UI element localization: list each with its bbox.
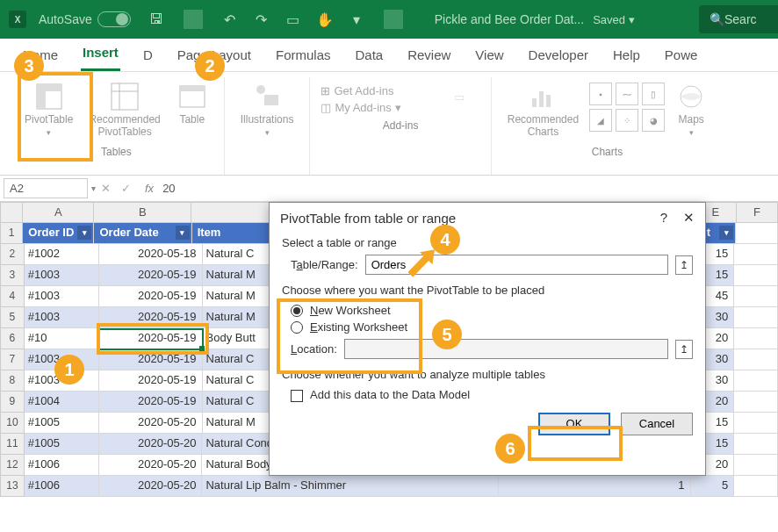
cancel-formula-icon[interactable]: ✕ [101,182,111,195]
tab-developer[interactable]: Developer [527,40,590,71]
cancel-button[interactable]: Cancel [621,413,693,435]
callout-2: 2 [195,51,225,81]
header-order-id[interactable]: Order ID▾ [23,223,94,244]
ribbon-group-addins: ⊞ Get Add-ins ◫ My Add-ins ▾ ▭ Add-ins [310,77,491,175]
table-button[interactable]: Table [171,77,213,130]
dialog-help-button[interactable]: ? [660,210,667,226]
tab-power[interactable]: Powe [663,40,700,71]
pivottable-icon [33,81,65,112]
table-label: Table [179,114,205,126]
pivottable-button[interactable]: PivotTable ▾ [19,77,78,140]
col-header-a[interactable]: A [23,202,94,223]
qat-more-icon[interactable]: ▾ [347,10,366,29]
ribbon-group-label-charts: Charts [592,146,623,158]
chart-scatter-icon[interactable]: ⁘ [616,109,638,132]
recommended-pivottables-label: Recommended PivotTables [89,114,160,139]
ribbon: PivotTable ▾ Recommended PivotTables Tab… [0,72,778,176]
table-row[interactable]: 13 #1006 2020-05-20 Natural Lip Balm - S… [0,476,778,497]
formula-value[interactable]: 20 [162,182,175,195]
maps-button[interactable]: Maps ▾ [670,77,712,140]
pivottable-dialog: PivotTable from table or range ? ✕ Selec… [269,202,706,476]
radio-new-worksheet[interactable]: New Worksheet [291,304,693,317]
callout-6: 6 [495,434,525,464]
location-label: Location: [291,342,337,356]
chart-area-icon[interactable]: ◢ [589,109,612,132]
chart-bar-icon[interactable]: ▪ [589,83,612,105]
fx-icon[interactable]: fx [145,182,154,195]
tab-view[interactable]: View [473,40,505,71]
location-picker-button[interactable]: ↥ [675,340,693,359]
callout-4: 4 [430,225,460,255]
illustrations-button[interactable]: Illustrations ▾ [235,77,299,140]
save-status[interactable]: Saved ▾ [593,13,634,26]
callout-5: 5 [432,320,462,349]
redo-icon[interactable]: ↷ [252,10,271,29]
save-icon[interactable]: 🖫 [147,10,166,29]
search-box[interactable]: 🔍 Searc [699,5,778,33]
tab-draw-partial[interactable]: D [141,40,155,71]
dialog-title: PivotTable from table or range [280,211,456,226]
filter-icon[interactable]: ▾ [176,226,190,240]
pivottable-label: PivotTable [25,114,73,126]
table-icon [176,81,208,112]
table-range-label: Table/Range: [291,258,358,271]
tab-help[interactable]: Help [611,40,642,71]
chart-column-icon[interactable]: ▯ [642,83,665,105]
ribbon-group-label-addins: Add-ins [383,119,419,132]
illustrations-icon [251,81,283,112]
excel-icon: X [9,11,26,28]
accept-formula-icon[interactable]: ✓ [121,182,131,195]
quick-access-toolbar: 🖫 ↶ ↷ ▭ ✋ ▾ [147,10,408,29]
svg-rect-2 [37,84,61,91]
recommended-charts-label: Recommended Charts [508,114,579,139]
filter-icon[interactable]: ▾ [77,226,91,240]
svg-rect-11 [539,91,544,107]
svg-rect-9 [264,95,278,105]
ribbon-tabs: Home Insert D Page Layout Formulas Data … [0,39,778,72]
illustrations-label: Illustrations [241,114,294,126]
maps-icon [675,81,707,112]
callout-3: 3 [14,51,44,81]
chart-pie-icon[interactable]: ◕ [642,109,665,132]
ok-button[interactable]: OK [538,413,610,435]
autosave-toggle[interactable] [97,11,131,27]
location-input[interactable] [344,339,668,359]
svg-rect-7 [180,86,205,91]
name-box[interactable]: A2 [4,178,88,198]
header-order-date[interactable]: Order Date▾ [94,223,191,244]
tab-insert[interactable]: Insert [81,38,120,71]
recommended-charts-button[interactable]: Recommended Charts [502,77,584,142]
range-picker-button[interactable]: ↥ [675,255,693,275]
recommended-pivottables-icon [109,81,140,112]
recommended-pivottables-button[interactable]: Recommended PivotTables [83,77,165,142]
select-range-label: Select a table or range [282,236,693,249]
touch-icon[interactable]: ✋ [315,10,335,29]
new-icon[interactable]: ▭ [284,10,303,29]
radio-existing-worksheet[interactable]: Existing Worksheet [291,320,693,334]
col-header-f[interactable]: F [737,202,778,223]
data-model-checkbox[interactable]: Add this data to the Data Model [291,388,693,402]
placement-label: Choose where you want the PivotTable to … [282,284,693,297]
ribbon-group-label-tables: Tables [101,146,132,158]
recommended-charts-icon [527,81,558,112]
maps-label: Maps [678,114,703,126]
undo-icon[interactable]: ↶ [220,10,240,29]
tab-formulas[interactable]: Formulas [274,40,333,71]
dialog-close-button[interactable]: ✕ [683,210,695,226]
callout-1: 1 [54,355,84,385]
separator [184,10,203,29]
tab-data[interactable]: Data [353,40,385,71]
chart-line-icon[interactable]: ⁓ [616,83,638,105]
document-title[interactable]: Pickle and Bee Order Dat... [435,12,584,26]
col-header-b[interactable]: B [94,202,191,223]
svg-point-8 [256,85,265,94]
svg-rect-12 [546,95,551,107]
filter-icon[interactable]: ▾ [719,226,733,240]
formula-bar: A2 ▾ ✕ ✓ fx 20 [0,176,778,202]
my-addins-button[interactable]: ◫ My Add-ins ▾ [321,101,400,114]
tab-review[interactable]: Review [406,40,452,71]
chart-type-gallery[interactable]: ▪⁓▯ ◢⁘◕ [589,77,665,132]
get-addins-button[interactable]: ⊞ Get Add-ins [321,84,393,97]
multi-tables-label: Choose whether you want to analyze multi… [282,368,693,381]
autosave-label: AutoSave [39,12,92,26]
